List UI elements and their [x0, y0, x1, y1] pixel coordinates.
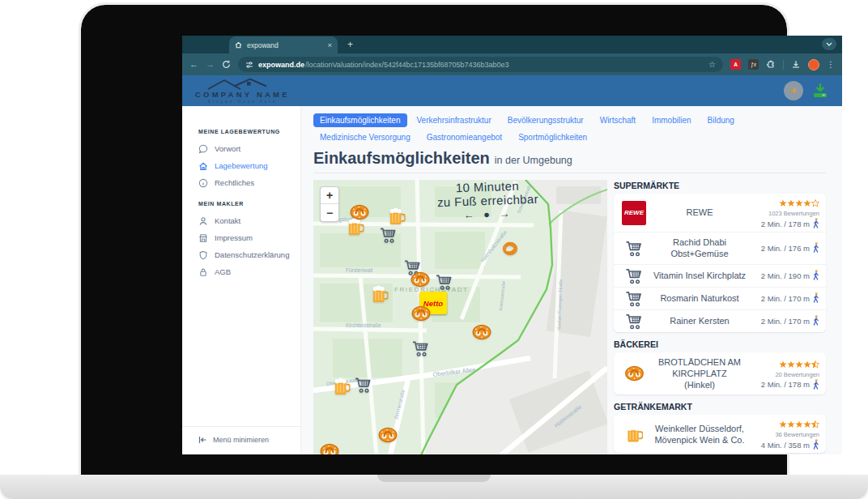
- sidebar-item-rechtliches[interactable]: Rechtliches: [182, 174, 300, 191]
- downloads-icon[interactable]: [791, 60, 801, 70]
- distance-text: 2 Min. / 178 m: [761, 380, 810, 389]
- extensions-puzzle-icon[interactable]: [766, 60, 776, 70]
- laptop-groove: [377, 475, 491, 482]
- sidebar-item-impressum[interactable]: Impressum: [182, 229, 300, 246]
- storefront-icon: [198, 233, 208, 243]
- distance: 4 Min. / 358 m: [761, 439, 819, 450]
- cart-icon: [619, 313, 649, 330]
- pdf-extension-icon[interactable]: A: [730, 59, 741, 70]
- home-icon: [198, 161, 208, 171]
- sidebar-item-label: Lagebewertung: [215, 161, 268, 170]
- pretzel-marker: [411, 305, 432, 325]
- walking-person-icon: [812, 292, 819, 304]
- pretzel-icon: [619, 365, 649, 382]
- result-row[interactable]: Rainer Kersten2 Min. / 170 m: [614, 310, 826, 332]
- shield-icon: [198, 250, 208, 260]
- nav-tab-bevoelkerungsstruktur[interactable]: Bevölkerungsstruktur: [501, 113, 590, 127]
- beer-marker: [389, 207, 406, 229]
- result-row[interactable]: Weinkeller Düsseldorf,Mövenpick Wein & C…: [614, 415, 826, 453]
- sidebar-item-label: AGB: [215, 267, 231, 276]
- result-row[interactable]: Rosmarin Naturkost2 Min. / 170 m: [614, 288, 826, 310]
- result-name-line1: Rachid Dhabi Obst+Gemüse: [651, 237, 748, 260]
- nav-tab-einkaufsmoeglichkeiten[interactable]: Einkaufsmöglichkeiten: [313, 113, 407, 127]
- url-host: expowand.de: [258, 61, 304, 69]
- nav-tab-wirtschaft[interactable]: Wirtschaft: [594, 113, 642, 127]
- result-row[interactable]: REWEREWE1023 Bewertungen2 Min. / 178 m: [614, 194, 826, 232]
- map[interactable]: HerzogstraßeFürstenwallFRIEDRICHSTADTKir…: [313, 180, 607, 454]
- map-annotation: 10 Minuten zu Fuß erreichbar ← ● →: [408, 180, 568, 224]
- result-row[interactable]: BROTLÄDCHEN AM KIRCHPLATZ(Hinkel)20 Bewe…: [614, 352, 826, 395]
- sidebar-item-agb[interactable]: AGB: [182, 263, 300, 280]
- lock-icon: [198, 267, 208, 277]
- result-name: Vitamin Insel Kirchplatz: [649, 268, 750, 283]
- map-zoom-control: + −: [320, 186, 339, 222]
- result-name-line1: Weinkeller Düsseldorf,: [651, 423, 748, 434]
- browser-menu-icon[interactable]: ⋮: [827, 60, 835, 69]
- nav-tab-immobilien[interactable]: Immobilien: [645, 113, 697, 127]
- sidebar-item-vorwort[interactable]: Vorwort: [182, 140, 300, 157]
- beer-icon: [619, 424, 649, 443]
- sidebar-item-lagebewertung[interactable]: Lagebewertung: [182, 157, 300, 174]
- collapse-label: Menü minimieren: [213, 436, 269, 444]
- cart-marker: [436, 274, 454, 294]
- result-row[interactable]: Vitamin Insel Kirchplatz2 Min. / 190 m: [614, 265, 826, 288]
- address-bar[interactable]: expowand.de /locationValuation/index/542…: [238, 57, 723, 72]
- nav-tab-medizinische-versorgung[interactable]: Medizinische Versorgung: [313, 130, 417, 144]
- walking-person-icon: [812, 379, 819, 390]
- new-tab-button[interactable]: +: [347, 36, 353, 53]
- forward-icon[interactable]: →: [206, 60, 215, 69]
- sidebar-item-label: Impressum: [215, 233, 253, 242]
- sidebar-item-label: Vorwort: [215, 144, 240, 153]
- fx-extension-icon[interactable]: ƒx: [748, 59, 759, 70]
- distance-text: 2 Min. / 170 m: [761, 294, 810, 303]
- result-name-line1: REWE: [651, 207, 748, 218]
- tab-title: expowand: [247, 41, 322, 49]
- results-card: BROTLÄDCHEN AM KIRCHPLATZ(Hinkel)20 Bewe…: [614, 352, 826, 395]
- distance-text: 2 Min. / 190 m: [761, 271, 810, 280]
- nav-tab-gastronomieangebot[interactable]: Gastronomieangebot: [420, 130, 508, 144]
- browser-tab-bar: expowand × +: [182, 36, 842, 53]
- laptop-screen: expowand × + ← → expowa: [81, 5, 787, 475]
- loading-sun-icon[interactable]: ☀: [784, 81, 803, 100]
- street-label: Kirchfeldstraße: [346, 322, 381, 328]
- category-tabs: EinkaufsmöglichkeitenVerkehrsinfrastrukt…: [313, 113, 826, 144]
- sidebar-section-title: MEINE LAGEBEWERTUNG: [198, 129, 300, 134]
- walking-person-icon: [812, 242, 819, 254]
- nav-tab-verkehrsinfrastruktur[interactable]: Verkehrsinfrastruktur: [411, 113, 498, 127]
- result-name-line1: Rainer Kersten: [651, 315, 748, 326]
- zoom-in-button[interactable]: +: [321, 187, 338, 204]
- profile-avatar[interactable]: [808, 59, 819, 70]
- result-name: Rosmarin Naturkost: [649, 291, 750, 305]
- site-settings-icon[interactable]: [245, 61, 253, 69]
- rating-stars: [779, 357, 819, 372]
- browser-tab[interactable]: expowand ×: [229, 36, 338, 53]
- pretzel-marker: [378, 427, 398, 446]
- result-name: BROTLÄDCHEN AM KIRCHPLATZ(Hinkel): [649, 355, 750, 393]
- sidebar-section-title: MEIN MAKLER: [198, 201, 300, 207]
- nav-tab-bildung[interactable]: Bildung: [701, 113, 741, 127]
- chat-icon: [198, 144, 208, 154]
- back-icon[interactable]: ←: [189, 60, 198, 69]
- distance-text: 2 Min. / 176 m: [761, 244, 810, 253]
- report-download-icon[interactable]: [811, 83, 829, 99]
- bookmark-star-icon[interactable]: ☆: [708, 60, 716, 69]
- sidebar-item-kontakt[interactable]: Kontakt: [182, 212, 300, 229]
- rating-stars: [779, 417, 819, 432]
- sidebar-item-datenschutzerklaerung[interactable]: Datenschutzerklärung: [182, 246, 300, 263]
- collapse-menu-button[interactable]: Menü minimieren: [182, 426, 300, 454]
- tab-close-icon[interactable]: ×: [327, 41, 332, 49]
- distance: 2 Min. / 176 m: [761, 242, 819, 254]
- pretzel-marker: [472, 324, 492, 343]
- zoom-out-button[interactable]: −: [321, 204, 338, 221]
- result-name: REWE: [649, 205, 750, 220]
- company-name: COMPANY NAME: [195, 91, 290, 99]
- beer-marker: [347, 218, 364, 240]
- cart-icon: [619, 290, 649, 307]
- reviews-count: 1023 Bewertungen: [768, 210, 819, 217]
- result-row[interactable]: Rachid Dhabi Obst+Gemüse2 Min. / 176 m: [614, 232, 826, 265]
- walking-person-icon: [812, 270, 819, 281]
- reviews-count: 20 Bewertungen: [775, 371, 819, 378]
- nav-tab-sportmoeglichkeiten[interactable]: Sportmöglichkeiten: [512, 130, 594, 144]
- tab-list-chevron-icon[interactable]: [822, 38, 836, 50]
- reload-icon[interactable]: [222, 60, 231, 69]
